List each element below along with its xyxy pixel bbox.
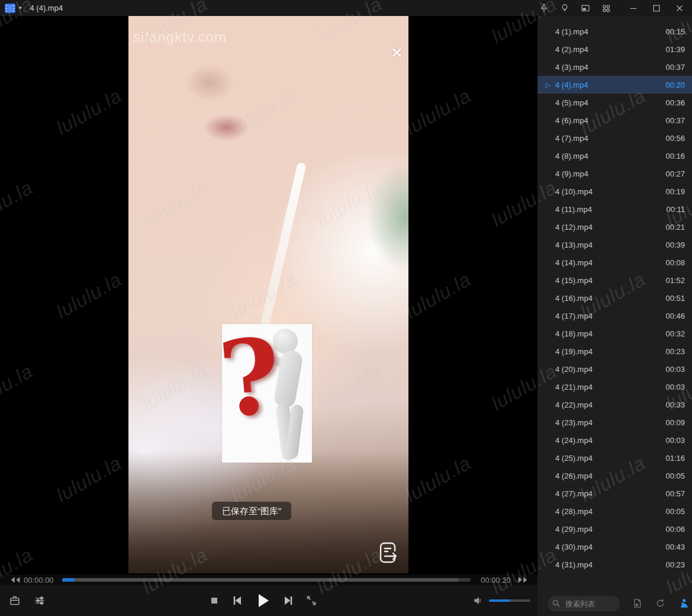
titlebar: ▾ 4 (4).mp4 [0,0,692,16]
playlist-item[interactable]: 4 (19).mp400:23 [537,342,692,360]
next-button[interactable] [281,593,296,608]
playlist-item[interactable]: 4 (9).mp400:27 [537,165,692,182]
playlist-item[interactable]: 4 (29).mp400:06 [537,520,692,538]
playlist-item-name: 4 (17).mp4 [555,312,661,320]
stop-button[interactable] [207,593,221,608]
volume-icon[interactable] [472,595,484,607]
playlist-item[interactable]: 4 (18).mp400:32 [537,325,692,342]
playlist-item[interactable]: 4 (25).mp401:16 [537,449,692,467]
maximize-button[interactable] [650,2,663,15]
playlist-item[interactable]: 4 (14).mp400:08 [537,254,692,271]
video-content-strap [258,162,307,337]
playing-indicator-icon: ▷ [542,81,554,89]
fullscreen-icon[interactable] [304,593,318,608]
playlist-item[interactable]: 4 (10).mp400:19 [537,182,692,200]
playlist-item-name: 4 (10).mp4 [555,187,661,196]
main-menu-caret-icon[interactable]: ▾ [19,5,22,11]
grid-layout-icon[interactable] [600,2,613,15]
seek-slider[interactable] [62,578,471,582]
video-overlay-close-icon[interactable]: ✕ [391,44,403,62]
playlist-item-name: 4 (26).mp4 [555,471,661,480]
playlist-item[interactable]: 4 (3).mp400:37 [537,58,692,76]
refresh-playlist-icon[interactable] [655,598,666,609]
minimize-button[interactable] [627,2,640,15]
playlist-item[interactable]: 4 (13).mp400:39 [537,236,692,254]
playlist-search[interactable] [548,596,620,611]
fast-forward-icon[interactable] [517,576,528,583]
playlist-item-name: 4 (8).mp4 [555,152,661,161]
playlist-item[interactable]: 4 (31).mp400:23 [537,556,692,573]
playlist-item[interactable]: ▷4 (4).mp400:20 [537,76,692,94]
playlist-item-duration: 00:21 [665,223,685,232]
playlist-item-duration: 00:36 [665,98,685,107]
volume-fill [489,599,510,602]
playlist-item[interactable]: 4 (20).mp400:03 [537,360,692,378]
seek-bar-row: 00:00:00 00:00:20 [0,575,537,585]
playlist-item-duration: 00:05 [665,507,685,516]
playlist-item-duration: 00:03 [665,365,685,374]
playlist-item[interactable]: 4 (1).mp400:15 [537,23,692,40]
toast-message: 已保存至“图库” [212,502,291,520]
titlebar-buttons [537,0,692,16]
playlist-item[interactable]: 4 (7).mp400:56 [537,129,692,147]
playlist-item-name: 4 (9).mp4 [555,169,661,178]
playlist-item-duration: 00:33 [665,400,685,409]
search-input[interactable] [564,596,619,612]
playlist-item[interactable]: 4 (17).mp400:46 [537,307,692,325]
playlist-item[interactable]: 4 (2).mp401:39 [537,40,692,58]
save-export-icon[interactable] [378,541,399,567]
playlist-item-name: 4 (29).mp4 [555,525,661,534]
playlist-item-name: 4 (4).mp4 [555,81,661,89]
playlist-item-name: 4 (16).mp4 [555,294,661,303]
playlist-item[interactable]: 4 (12).mp400:21 [537,218,692,236]
playlist-item-name: 4 (14).mp4 [555,258,661,267]
playlist-item[interactable]: 4 (24).mp400:03 [537,431,692,449]
playlist-item[interactable]: 4 (28).mp400:05 [537,502,692,520]
playlist-item[interactable]: 4 (27).mp400:57 [537,485,692,502]
playlist-item[interactable]: 4 (23).mp400:09 [537,413,692,431]
playlist-item[interactable]: 4 (8).mp400:16 [537,147,692,165]
playback-settings-icon[interactable] [33,594,46,607]
question-mark-overlay: ? [222,324,312,463]
close-button[interactable] [673,2,686,15]
video-stage[interactable]: sifangktv.com ✕ ? 已保存至“图库” [0,16,537,575]
play-button[interactable] [253,591,272,610]
volume-slider[interactable] [489,599,530,602]
playlist-item-duration: 00:37 [665,63,685,72]
pin-on-top-icon[interactable] [537,2,551,15]
playlist-item-duration: 00:11 [666,205,685,214]
playlist-item-name: 4 (15).mp4 [555,276,661,285]
playlist-item-name: 4 (12).mp4 [555,223,661,232]
playlist-item[interactable]: 4 (26).mp400:05 [537,467,692,485]
player-window: ▾ 4 (4).mp4 [0,0,692,616]
mini-player-icon[interactable] [579,2,592,15]
open-file-icon[interactable] [8,594,21,607]
playlist-item-name: 4 (24).mp4 [555,436,661,445]
window-title: 4 (4).mp4 [30,4,63,12]
playlist-item[interactable]: 4 (22).mp400:33 [537,396,692,413]
previous-button[interactable] [230,593,245,608]
brightness-bulb-icon[interactable] [558,2,571,15]
app-logo-icon[interactable] [5,4,15,13]
playlist-item-duration: 00:03 [665,383,685,392]
playlist-item-duration: 00:19 [665,187,685,196]
playlist-item-name: 4 (21).mp4 [555,383,661,392]
video-frame[interactable]: sifangktv.com ✕ ? 已保存至“图库” [128,16,408,573]
playlist-item-duration: 01:52 [665,276,685,285]
playlist-item[interactable]: 4 (15).mp401:52 [537,271,692,289]
playlist-item[interactable]: 4 (6).mp400:37 [537,111,692,129]
playlist-item-duration: 00:06 [665,525,685,534]
playlist-item[interactable]: 4 (16).mp400:51 [537,289,692,307]
playlist-item-duration: 00:51 [665,294,685,303]
playlist-file-icon[interactable] [632,598,643,609]
promo-figure-icon[interactable] [678,598,690,609]
playlist-item[interactable]: 4 (11).mp400:11 [537,200,692,218]
playlist-item-name: 4 (23).mp4 [555,418,661,427]
playlist-item[interactable]: 4 (21).mp400:03 [537,378,692,396]
playlist-item[interactable]: 4 (30).mp400:43 [537,538,692,556]
rewind-icon[interactable] [10,576,21,583]
playlist-item[interactable]: 4 (5).mp400:36 [537,94,692,111]
playlist-item-name: 4 (25).mp4 [555,454,661,463]
playlist: 4 (1).mp400:154 (2).mp401:394 (3).mp400:… [537,23,692,573]
playlist-item-duration: 00:09 [665,418,685,427]
